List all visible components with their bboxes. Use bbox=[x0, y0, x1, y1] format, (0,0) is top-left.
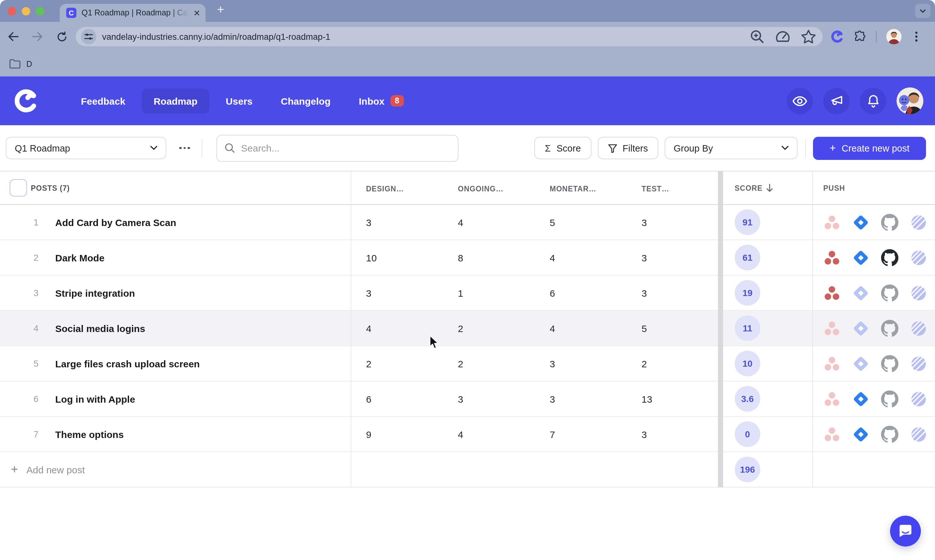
github-push-icon[interactable] bbox=[881, 214, 898, 231]
create-new-post-button[interactable]: + Create new post bbox=[813, 137, 926, 160]
browser-profile-avatar[interactable] bbox=[886, 29, 902, 44]
factor-cell[interactable]: 6 bbox=[534, 288, 626, 298]
jira-push-icon[interactable] bbox=[852, 390, 869, 408]
view-public-button[interactable] bbox=[787, 88, 813, 114]
github-push-icon[interactable] bbox=[881, 355, 898, 372]
table-row[interactable]: 3Stripe integration 3 1 6 3 19 bbox=[0, 275, 935, 311]
asana-push-icon[interactable] bbox=[823, 355, 841, 372]
reload-button[interactable] bbox=[54, 29, 69, 44]
asana-push-icon[interactable] bbox=[823, 214, 841, 231]
asana-push-icon[interactable] bbox=[823, 284, 841, 302]
user-avatar[interactable] bbox=[897, 87, 923, 114]
post-title[interactable]: Large files crash upload screen bbox=[55, 358, 200, 369]
factor-cell[interactable]: 5 bbox=[534, 217, 626, 228]
jira-push-icon[interactable] bbox=[852, 214, 869, 231]
github-push-icon[interactable] bbox=[881, 390, 898, 408]
jira-push-icon[interactable] bbox=[852, 355, 869, 372]
linear-push-icon[interactable] bbox=[910, 355, 927, 372]
window-controls[interactable] bbox=[8, 7, 44, 15]
minimize-window-button[interactable] bbox=[22, 7, 30, 15]
asana-push-icon[interactable] bbox=[823, 249, 841, 266]
jira-push-icon[interactable] bbox=[852, 284, 869, 302]
bookmark-folder-icon[interactable] bbox=[9, 59, 20, 69]
posts-header[interactable]: POSTS (7) bbox=[31, 184, 70, 192]
post-title[interactable]: Social media logins bbox=[55, 323, 145, 334]
factor-cell[interactable]: 3 bbox=[351, 217, 443, 228]
table-row[interactable]: 4Social media logins 4 2 4 5 11 bbox=[0, 311, 935, 346]
more-options-button[interactable] bbox=[175, 142, 194, 154]
jira-push-icon[interactable] bbox=[852, 249, 869, 266]
monetary-header[interactable]: MONETAR… bbox=[550, 185, 597, 193]
notifications-button[interactable] bbox=[860, 88, 886, 114]
tab-search-button[interactable] bbox=[915, 4, 930, 18]
score-header[interactable]: SCORE bbox=[735, 184, 763, 192]
factor-cell[interactable]: 3 bbox=[626, 288, 718, 298]
factor-cell[interactable]: 3 bbox=[534, 393, 626, 404]
linear-push-icon[interactable] bbox=[910, 390, 927, 408]
factor-cell[interactable]: 7 bbox=[534, 429, 626, 440]
select-all-checkbox[interactable] bbox=[10, 179, 27, 197]
forward-button[interactable] bbox=[29, 29, 45, 44]
ongoing-header[interactable]: ONGOING… bbox=[458, 185, 503, 193]
post-title[interactable]: Log in with Apple bbox=[55, 393, 135, 404]
asana-push-icon[interactable] bbox=[823, 390, 841, 408]
nav-item-users[interactable]: Users bbox=[214, 88, 264, 113]
site-info-icon[interactable] bbox=[81, 29, 96, 44]
browser-tab[interactable]: C Q1 Roadmap | Roadmap | Can ✕ bbox=[60, 4, 206, 22]
jira-push-icon[interactable] bbox=[852, 425, 869, 443]
board-selector[interactable]: Q1 Roadmap bbox=[6, 137, 166, 159]
browser-menu-icon[interactable] bbox=[911, 31, 921, 42]
design-header[interactable]: DESIGN… bbox=[366, 185, 404, 193]
zoom-window-button[interactable] bbox=[36, 7, 44, 15]
factor-cell[interactable]: 5 bbox=[626, 323, 718, 334]
table-row[interactable]: 7Theme options 9 4 7 3 0 bbox=[0, 417, 935, 452]
zoom-icon[interactable] bbox=[749, 29, 765, 44]
asana-push-icon[interactable] bbox=[823, 425, 841, 443]
post-title[interactable]: Dark Mode bbox=[55, 252, 105, 263]
github-push-icon[interactable] bbox=[881, 284, 898, 302]
table-row[interactable]: 5Large files crash upload screen 2 2 3 2… bbox=[0, 346, 935, 382]
table-row[interactable]: 6Log in with Apple 6 3 3 13 3.6 bbox=[0, 382, 935, 417]
github-push-icon[interactable] bbox=[881, 249, 898, 266]
new-tab-button[interactable]: + bbox=[217, 3, 224, 17]
performance-icon[interactable] bbox=[775, 29, 790, 44]
close-window-button[interactable] bbox=[8, 7, 16, 15]
github-push-icon[interactable] bbox=[881, 320, 898, 337]
factor-cell[interactable]: 3 bbox=[534, 358, 626, 369]
back-button[interactable] bbox=[5, 29, 20, 44]
factor-cell[interactable]: 3 bbox=[626, 429, 718, 440]
group-by-selector[interactable]: Group By bbox=[664, 137, 798, 159]
factor-cell[interactable]: 3 bbox=[443, 393, 534, 404]
nav-item-roadmap[interactable]: Roadmap bbox=[142, 88, 209, 113]
nav-item-feedback[interactable]: Feedback bbox=[69, 88, 137, 113]
post-title[interactable]: Add Card by Camera Scan bbox=[55, 217, 176, 228]
canny-logo[interactable] bbox=[14, 89, 38, 113]
linear-push-icon[interactable] bbox=[910, 284, 927, 302]
factor-cell[interactable]: 4 bbox=[351, 323, 443, 334]
factor-cell[interactable]: 3 bbox=[626, 217, 718, 228]
factor-cell[interactable]: 2 bbox=[443, 358, 534, 369]
table-row[interactable]: 2Dark Mode 10 8 4 3 61 bbox=[0, 240, 935, 275]
close-tab-icon[interactable]: ✕ bbox=[193, 9, 200, 17]
asana-push-icon[interactable] bbox=[823, 320, 841, 337]
address-bar[interactable]: vandelay-industries.canny.io/admin/roadm… bbox=[76, 27, 823, 46]
extensions-puzzle-icon[interactable] bbox=[853, 30, 866, 43]
search-box[interactable] bbox=[216, 135, 458, 162]
bookmark-folder-label[interactable]: D bbox=[26, 59, 32, 68]
factor-cell[interactable]: 3 bbox=[626, 252, 718, 263]
canny-extension-icon[interactable] bbox=[831, 29, 844, 44]
linear-push-icon[interactable] bbox=[910, 214, 927, 231]
post-title[interactable]: Stripe integration bbox=[55, 288, 135, 298]
search-input[interactable] bbox=[241, 143, 450, 154]
table-row[interactable]: 1Add Card by Camera Scan 3 4 5 3 91 bbox=[0, 205, 935, 240]
factor-cell[interactable]: 3 bbox=[351, 288, 443, 298]
factor-cell[interactable]: 4 bbox=[443, 217, 534, 228]
factor-cell[interactable]: 4 bbox=[443, 429, 534, 440]
filters-button[interactable]: Filters bbox=[598, 137, 658, 159]
linear-push-icon[interactable] bbox=[910, 425, 927, 443]
factor-cell[interactable]: 2 bbox=[443, 323, 534, 334]
factor-cell[interactable]: 8 bbox=[443, 252, 534, 263]
factor-cell[interactable]: 1 bbox=[443, 288, 534, 298]
jira-push-icon[interactable] bbox=[852, 320, 869, 337]
linear-push-icon[interactable] bbox=[910, 320, 927, 337]
